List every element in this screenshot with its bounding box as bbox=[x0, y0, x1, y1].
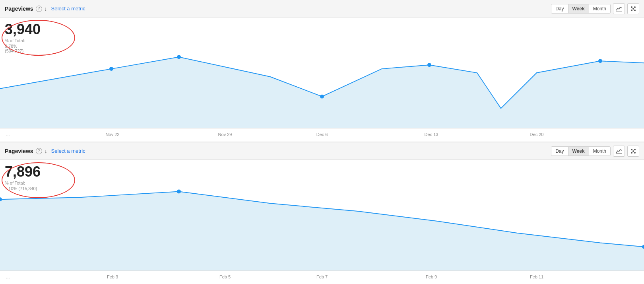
stat-value-1: 3,940 bbox=[5, 21, 41, 37]
svg-point-10 bbox=[320, 95, 324, 99]
svg-point-16 bbox=[631, 152, 632, 154]
chart-area-1: 3,940 % of Total: 0.78% (504,727) bbox=[0, 18, 644, 142]
week-button-1[interactable]: Week bbox=[568, 4, 589, 13]
x-label-feb11: Feb 11 bbox=[530, 274, 543, 279]
x-label-feb5: Feb 5 bbox=[219, 274, 231, 279]
panel-title-2: Pageviews bbox=[5, 148, 33, 154]
x-label-dots-1: ... bbox=[6, 132, 10, 137]
stat-box-2: 7,896 % of Total: 1.10% (715,340) bbox=[5, 164, 41, 191]
svg-marker-20 bbox=[0, 191, 644, 270]
x-label-dec6: Dec 6 bbox=[316, 132, 328, 137]
chart-svg-1 bbox=[0, 18, 644, 132]
toolbar-right-2: Day Week Month bbox=[551, 146, 639, 157]
stat-total-1: (504,727) bbox=[5, 49, 41, 53]
week-button-2[interactable]: Week bbox=[568, 147, 589, 156]
line-chart-icon-2[interactable] bbox=[613, 146, 625, 157]
svg-point-3 bbox=[631, 10, 632, 11]
day-button-1[interactable]: Day bbox=[551, 4, 568, 13]
help-icon-1[interactable]: ? bbox=[36, 6, 42, 12]
x-label-nov22: Nov 22 bbox=[106, 132, 120, 137]
svg-point-14 bbox=[631, 149, 632, 150]
svg-point-15 bbox=[634, 149, 636, 150]
x-label-dots-2: ... bbox=[6, 274, 10, 279]
select-metric-1[interactable]: Select a metric bbox=[51, 6, 85, 12]
svg-point-11 bbox=[427, 63, 431, 67]
x-label-feb3: Feb 3 bbox=[107, 274, 118, 279]
line-chart-icon-1[interactable] bbox=[613, 3, 625, 14]
down-arrow-2[interactable]: ↓ bbox=[45, 148, 47, 154]
day-button-2[interactable]: Day bbox=[551, 147, 568, 156]
stat-value-2: 7,896 bbox=[5, 164, 41, 180]
stat-box-1: 3,940 % of Total: 0.78% (504,727) bbox=[5, 21, 41, 53]
month-button-2[interactable]: Month bbox=[589, 147, 610, 156]
x-label-dec20: Dec 20 bbox=[530, 132, 544, 137]
chart-panel-2: Pageviews ? ↓ Select a metric Day Week M… bbox=[0, 142, 644, 284]
svg-point-8 bbox=[109, 67, 113, 71]
stat-percent-label-1: % of Total: bbox=[5, 38, 41, 43]
svg-point-1 bbox=[631, 6, 632, 8]
toolbar-right-1: Day Week Month bbox=[551, 3, 639, 14]
x-labels-2: ... Feb 3 Feb 5 Feb 7 Feb 9 Feb 11 bbox=[0, 274, 644, 282]
svg-point-17 bbox=[634, 152, 636, 154]
svg-point-9 bbox=[177, 55, 181, 59]
help-icon-2[interactable]: ? bbox=[36, 148, 42, 154]
scatter-icon-2[interactable] bbox=[627, 146, 639, 157]
x-label-feb7: Feb 7 bbox=[316, 274, 328, 279]
svg-point-12 bbox=[598, 59, 602, 63]
x-labels-1: ... Nov 22 Nov 29 Dec 6 Dec 13 Dec 20 bbox=[0, 132, 644, 140]
stat-percent-2: 1.10% (715,340) bbox=[5, 186, 41, 191]
select-metric-2[interactable]: Select a metric bbox=[51, 148, 85, 154]
stat-percent-1: 0.78% bbox=[5, 44, 41, 49]
chart-svg-2 bbox=[0, 160, 644, 274]
panel-header-1: Pageviews ? ↓ Select a metric Day Week M… bbox=[0, 0, 644, 18]
chart-area-2: 7,896 % of Total: 1.10% (715,340) bbox=[0, 160, 644, 284]
x-label-nov29: Nov 29 bbox=[218, 132, 232, 137]
month-button-1[interactable]: Month bbox=[589, 4, 610, 13]
panel-title-1: Pageviews bbox=[5, 6, 33, 12]
scatter-icon-1[interactable] bbox=[627, 3, 639, 14]
time-range-buttons-2: Day Week Month bbox=[551, 146, 611, 156]
x-label-feb9: Feb 9 bbox=[426, 274, 437, 279]
chart-panel-1: Pageviews ? ↓ Select a metric Day Week M… bbox=[0, 0, 644, 142]
down-arrow-1[interactable]: ↓ bbox=[45, 6, 47, 12]
panel-header-2: Pageviews ? ↓ Select a metric Day Week M… bbox=[0, 142, 644, 160]
time-range-buttons-1: Day Week Month bbox=[551, 4, 611, 14]
x-label-dec13: Dec 13 bbox=[425, 132, 438, 137]
svg-point-22 bbox=[177, 189, 181, 193]
svg-point-4 bbox=[634, 10, 636, 11]
svg-point-2 bbox=[634, 6, 636, 8]
svg-marker-7 bbox=[0, 57, 644, 128]
svg-point-5 bbox=[632, 8, 634, 10]
stat-percent-label-2: % of Total: bbox=[5, 181, 41, 185]
svg-point-18 bbox=[632, 150, 634, 152]
